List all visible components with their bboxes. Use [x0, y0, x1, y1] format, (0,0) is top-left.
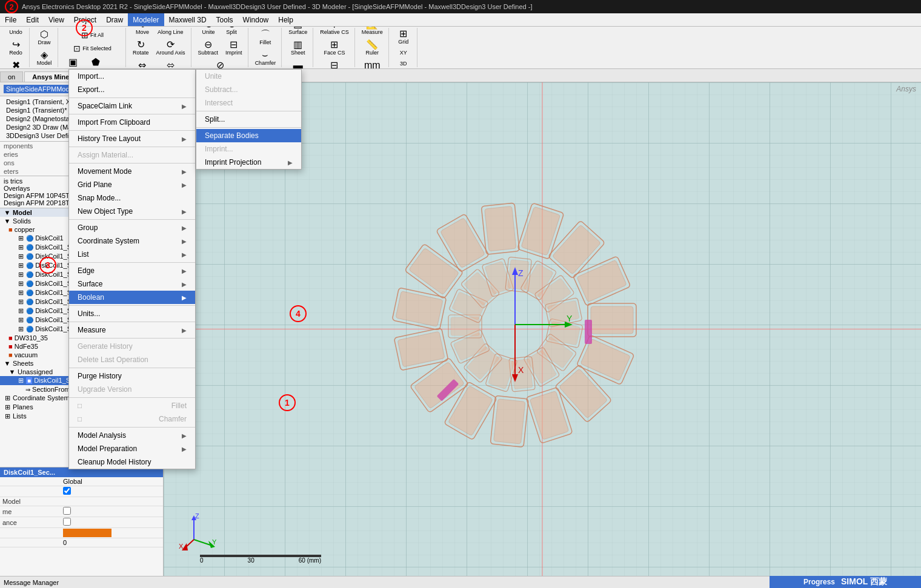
dd-snap-mode[interactable]: Snap Mode... [69, 191, 195, 205]
menu-draw[interactable]: Draw [101, 13, 128, 26]
expand-solids[interactable]: ▼ [4, 217, 11, 225]
svg-rect-28 [485, 206, 516, 251]
dd-cleanup-model[interactable]: Cleanup Model History [69, 455, 195, 469]
fit-all-button[interactable]: ⊞ Fit All [78, 29, 107, 41]
expand-lists[interactable]: ⊞ [4, 412, 11, 420]
expand-diskcoil1[interactable]: ⊞ [17, 234, 24, 242]
annotation-2: 2 [5, 0, 18, 13]
dd-units[interactable]: Units... [69, 307, 195, 320]
unite-button[interactable]: ⊕ Unite [198, 27, 219, 37]
imprint-button[interactable]: ⊟ Imprint [222, 38, 245, 58]
fillet-button[interactable]: ⌒ Fillet [254, 28, 276, 47]
edge-button2[interactable]: ▬ Edge [287, 59, 309, 70]
dd-coordinate-system[interactable]: Coordinate System ▶ [69, 234, 195, 248]
object-cs-button[interactable]: ⊟ Object CS [319, 59, 350, 70]
dd-model-analysis[interactable]: Model Analysis ▶ [69, 429, 195, 442]
dd-history-arrow: ▶ [182, 136, 187, 142]
menu-view[interactable]: View [44, 13, 69, 26]
expand-planes[interactable]: ⊞ [4, 403, 11, 411]
fillet-icon: ⌒ [261, 30, 270, 39]
grid-button[interactable]: ⊞ Grid [393, 27, 414, 47]
dd-model-preparation[interactable]: Model Preparation ▶ [69, 442, 195, 455]
3d-dropdown[interactable]: 3D [393, 59, 414, 68]
face-cs-button[interactable]: ⊞ Face CS [321, 38, 348, 58]
expand-unassigned[interactable]: ▼ [8, 368, 16, 375]
ruler-button[interactable]: 📏 Ruler [361, 38, 383, 58]
dd-import[interactable]: Import... [69, 70, 195, 83]
dd-group[interactable]: Group ▶ [69, 221, 195, 234]
fit-selected-button[interactable]: ⊡ Fit Selected [70, 42, 115, 55]
view-btn-1[interactable]: ▣ [62, 56, 84, 69]
toolbar-surface-group: ▤ Surface ▥ Sheet ▬ Edge [283, 28, 313, 67]
bs-intersect: Intersect [196, 96, 301, 110]
props-me-check[interactable] [63, 507, 71, 515]
tree-sectionfrom-label: SectionFrom [32, 386, 70, 393]
dd-grid-arrow: ▶ [182, 182, 187, 188]
dd-import-clipboard[interactable]: Import From Clipboard [69, 116, 195, 129]
modeler-dropdown: Import... Export... SpaceClaim Link ▶ Im… [68, 69, 196, 469]
props-color-swatch[interactable] [63, 529, 111, 537]
bs-split[interactable]: Split... [196, 113, 301, 126]
draw-tab-button[interactable]: ⬡ Draw [33, 28, 55, 47]
around-axis-button[interactable]: ⟳ Around Axis [153, 38, 188, 58]
measure-button[interactable]: 📐 Measure [359, 27, 386, 37]
sheet-button[interactable]: ▥ Sheet [287, 38, 309, 58]
sidebar-is: is [4, 177, 8, 185]
chamfer-button[interactable]: ⌣ Chamfer [252, 48, 279, 68]
delete-button[interactable]: ✖ Delete [5, 59, 27, 70]
dd-new-object-type[interactable]: New Object Type ▶ [69, 205, 195, 218]
subtract-button[interactable]: ⊖ Subtract [195, 38, 222, 58]
imprint-label: Imprint [225, 50, 242, 56]
menu-modeler[interactable]: Modeler [128, 13, 164, 26]
tree-vacuum-label: vacuum [15, 351, 38, 358]
split-button[interactable]: ⊗ Split [221, 27, 242, 37]
svg-rect-6 [591, 306, 633, 334]
dd-history-tree[interactable]: History Tree Layout ▶ [69, 132, 195, 145]
dd-list[interactable]: List ▶ [69, 248, 195, 261]
dd-boolean[interactable]: Boolean ▶ [69, 291, 195, 304]
expand-coord[interactable]: ⊞ [4, 394, 11, 402]
xy-dropdown[interactable]: XY [393, 48, 414, 58]
props-ance-check[interactable] [63, 518, 71, 526]
toolbar-draw-group: ⬡ Draw ◈ Model [31, 28, 58, 67]
surface-button[interactable]: ▤ Surface [285, 27, 310, 37]
menu-tools[interactable]: Tools [211, 13, 238, 26]
tab-on[interactable]: on [0, 71, 23, 82]
svg-rect-50 [451, 317, 479, 335]
menu-edit[interactable]: Edit [21, 13, 44, 26]
xy-label: XY [400, 50, 407, 56]
menu-window[interactable]: Window [238, 13, 274, 26]
props-row-global: Global [0, 477, 163, 486]
bs-imprint-projection[interactable]: Imprint Projection ▶ [196, 156, 301, 169]
intersect-button[interactable]: ⊘ Intersect [207, 59, 234, 70]
relative-cs-button[interactable]: ⊹ Relative CS [317, 27, 352, 37]
dd-movement-mode[interactable]: Movement Mode ▶ [69, 165, 195, 178]
bs-separate-bodies[interactable]: Separate Bodies [196, 129, 301, 142]
dd-measure[interactable]: Measure ▶ [69, 323, 195, 337]
view-btn-2[interactable]: ⬟ [85, 56, 107, 69]
menu-file[interactable]: File [0, 13, 21, 26]
units-button[interactable]: mm Units [361, 59, 384, 70]
dd-purge-history[interactable]: Purge History [69, 369, 195, 383]
fit-selected-label: Fit Selected [82, 45, 111, 51]
dd-assign-material: Assign Material... [69, 148, 195, 162]
dd-surface[interactable]: Surface ▶ [69, 277, 195, 291]
menu-project[interactable]: Project [69, 13, 101, 26]
dd-grid-plane[interactable]: Grid Plane ▶ [69, 178, 195, 191]
model-tab-button[interactable]: ◈ Model [33, 48, 55, 68]
move-button[interactable]: ✚ Move [131, 27, 153, 37]
dd-export[interactable]: Export... [69, 83, 195, 96]
rotate-button[interactable]: ↻ Rotate [130, 38, 152, 58]
props-check[interactable] [63, 487, 71, 495]
menu-maxwell3d[interactable]: Maxwell 3D [164, 13, 211, 26]
thru-mirror-button[interactable]: ⬄ Thru Mirror [154, 59, 187, 70]
redo-button[interactable]: ↪ Redo [5, 38, 27, 58]
expand-sheets[interactable]: ▼ [4, 360, 11, 367]
undo-button[interactable]: ↩ Undo [5, 27, 27, 37]
dd-spaceclaim[interactable]: SpaceClaim Link ▶ [69, 99, 195, 113]
mirror-button[interactable]: ⇔ Mirror [131, 59, 153, 70]
menu-help[interactable]: Help [273, 13, 298, 26]
along-line-button[interactable]: ↔ Along Line [155, 27, 187, 37]
dd-edge[interactable]: Edge ▶ [69, 264, 195, 277]
expand-model[interactable]: ▼ [4, 209, 11, 216]
